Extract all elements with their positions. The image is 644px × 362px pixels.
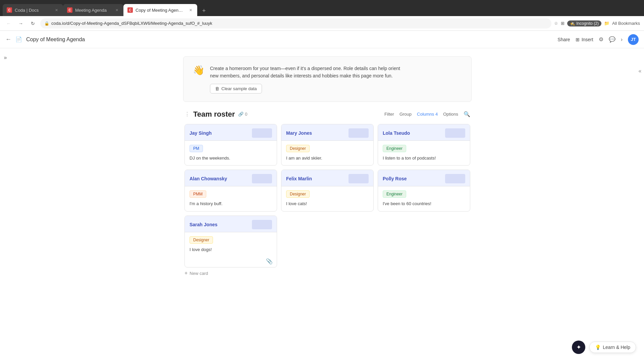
more-icon[interactable]: › bbox=[621, 37, 623, 43]
tab-favicon-3: C bbox=[127, 7, 133, 13]
card-bio: I love cats! bbox=[286, 200, 369, 207]
sidebar-expand-button[interactable]: » bbox=[1, 54, 9, 62]
avatar[interactable]: JT bbox=[628, 34, 639, 45]
role-badge: Engineer bbox=[383, 145, 406, 152]
card-body: EngineerI listen to a ton of podcasts! bbox=[378, 141, 470, 166]
roster-link[interactable]: 🔗 0 bbox=[238, 112, 247, 117]
roster-header: ⋮ Team roster 🔗 0 Filter Group Columns 4… bbox=[184, 110, 470, 119]
settings-icon[interactable]: ⚙ bbox=[599, 36, 603, 43]
new-card-row[interactable]: + New card bbox=[184, 267, 470, 279]
bookmarks-bar-icon[interactable]: 📁 bbox=[604, 21, 609, 26]
team-card: Sarah JonesDesignerI love dogs!📎 bbox=[184, 216, 277, 268]
card-bio: I love dogs! bbox=[190, 246, 272, 253]
insert-button[interactable]: ⊞ Insert bbox=[576, 37, 593, 42]
tab-favicon-2: C bbox=[67, 7, 72, 13]
tab-close-1[interactable]: ✕ bbox=[54, 7, 59, 13]
incognito-label: Incognito (2) bbox=[576, 21, 599, 26]
help-icon: 💡 bbox=[595, 345, 601, 350]
banner-line2: new members, and personal details like i… bbox=[210, 72, 462, 79]
card-attachment: 📎 bbox=[185, 257, 277, 267]
team-card: Felix MarlinDesignerI love cats! bbox=[281, 170, 374, 212]
roster-section: ⋮ Team roster 🔗 0 Filter Group Columns 4… bbox=[176, 110, 478, 293]
sidebar-toggle-area: » bbox=[0, 48, 11, 362]
card-body: PMDJ on the weekends. bbox=[185, 141, 277, 166]
cards-grid: Jay SinghPMDJ on the weekends.Mary Jones… bbox=[184, 124, 470, 268]
card-header: Jay Singh bbox=[185, 124, 277, 141]
link-icon: 🔗 bbox=[238, 112, 244, 117]
options-button[interactable]: Options bbox=[443, 112, 458, 117]
team-card: Polly RoseEngineerI've been to 60 countr… bbox=[378, 170, 470, 212]
team-card: Lola TseudoEngineerI listen to a ton of … bbox=[378, 124, 470, 166]
tab-copy-meeting-agenda[interactable]: C Copy of Meeting Agenda Me ✕ bbox=[123, 4, 197, 16]
card-bio: DJ on the weekends. bbox=[190, 155, 272, 162]
sparkle-icon: ✦ bbox=[576, 344, 581, 351]
trash-icon: 🗑 bbox=[215, 86, 219, 91]
right-panel-toggle[interactable]: « bbox=[636, 67, 644, 75]
extension-icon[interactable]: ⊞ bbox=[561, 21, 565, 26]
card-name: Lola Tseudo bbox=[383, 130, 410, 136]
tab-close-2[interactable]: ✕ bbox=[114, 7, 119, 13]
bookmark-icon[interactable]: ☆ bbox=[554, 21, 558, 26]
banner-line1: Create a homeroom for your team—even if … bbox=[210, 65, 462, 72]
card-header: Sarah Jones bbox=[185, 216, 277, 232]
nav-actions: ☆ ⊞ 🕵 Incognito (2) 📁 All Bookmarks bbox=[554, 20, 640, 26]
roster-title: Team roster bbox=[193, 110, 235, 119]
info-banner: 👋 Create a homeroom for your team—even i… bbox=[183, 56, 472, 102]
tab-title-1: Coda | Docs bbox=[15, 8, 51, 13]
card-body: DesignerI am an avid skiier. bbox=[281, 141, 373, 166]
new-card-label: New card bbox=[190, 271, 208, 276]
new-tab-button[interactable]: + bbox=[199, 5, 209, 16]
card-bio: I listen to a ton of podcasts! bbox=[383, 155, 465, 162]
comments-icon[interactable]: 💬 bbox=[609, 36, 615, 43]
card-name: Polly Rose bbox=[383, 176, 407, 181]
incognito-icon: 🕵 bbox=[570, 21, 575, 26]
back-to-docs-button[interactable]: ← bbox=[5, 36, 11, 43]
learn-help-button[interactable]: 💡 Learn & Help bbox=[589, 342, 636, 353]
bottom-right-area: ✦ 💡 Learn & Help bbox=[572, 341, 636, 354]
roster-search-icon[interactable]: 🔍 bbox=[464, 111, 470, 117]
tab-title-3: Copy of Meeting Agenda Me bbox=[136, 8, 185, 13]
share-button[interactable]: Share bbox=[557, 37, 570, 42]
bookmarks-label: All Bookmarks bbox=[612, 21, 640, 26]
new-card-plus-icon: + bbox=[184, 270, 187, 276]
tab-coda-docs[interactable]: C Coda | Docs ✕ bbox=[3, 4, 63, 16]
doc-title: Copy of Meeting Agenda bbox=[26, 37, 85, 43]
attachment-icon: 📎 bbox=[266, 258, 273, 264]
roster-header-right: Filter Group Columns 4 Options 🔍 bbox=[384, 111, 470, 117]
sparkle-button[interactable]: ✦ bbox=[572, 341, 585, 354]
filter-button[interactable]: Filter bbox=[384, 112, 394, 117]
tab-bar: C Coda | Docs ✕ C Meeting Agenda ✕ C Cop… bbox=[0, 0, 644, 16]
insert-grid-icon: ⊞ bbox=[576, 37, 580, 42]
roster-menu-button[interactable]: ⋮ bbox=[184, 111, 190, 117]
role-badge: Designer bbox=[286, 190, 310, 198]
clear-sample-data-button[interactable]: 🗑 Clear sample data bbox=[210, 84, 262, 94]
content-area: 👋 Create a homeroom for your team—even i… bbox=[11, 48, 644, 362]
card-header-image bbox=[348, 174, 369, 183]
role-badge: Designer bbox=[286, 145, 310, 152]
card-header: Felix Marlin bbox=[281, 170, 373, 186]
address-bar[interactable]: 🔒 coda.io/d/Copy-of-Meeting-Agenda_dSFBq… bbox=[40, 18, 551, 28]
forward-button[interactable]: → bbox=[16, 19, 25, 28]
group-button[interactable]: Group bbox=[399, 112, 412, 117]
columns-button[interactable]: Columns 4 bbox=[417, 112, 438, 117]
lock-icon: 🔒 bbox=[44, 21, 49, 26]
tab-meeting-agenda[interactable]: C Meeting Agenda ✕ bbox=[63, 4, 123, 16]
role-badge: PM bbox=[190, 145, 203, 152]
browser-chrome: C Coda | Docs ✕ C Meeting Agenda ✕ C Cop… bbox=[0, 0, 644, 31]
card-header: Alan Chowansky bbox=[185, 170, 277, 186]
tab-favicon-1: C bbox=[7, 7, 12, 13]
card-name: Alan Chowansky bbox=[190, 176, 227, 181]
incognito-badge: 🕵 Incognito (2) bbox=[567, 20, 601, 26]
card-name: Felix Marlin bbox=[286, 176, 312, 181]
card-header-image bbox=[445, 174, 465, 183]
tab-close-3[interactable]: ✕ bbox=[188, 7, 193, 13]
reload-button[interactable]: ↻ bbox=[28, 19, 38, 28]
roster-link-count: 0 bbox=[245, 112, 247, 117]
roster-header-left: ⋮ Team roster 🔗 0 bbox=[184, 110, 248, 119]
card-body: PMMI'm a history buff. bbox=[185, 186, 277, 211]
card-body: EngineerI've been to 60 countries! bbox=[378, 186, 470, 211]
card-body: DesignerI love dogs! bbox=[185, 232, 277, 257]
card-bio: I am an avid skiier. bbox=[286, 155, 369, 162]
back-button[interactable]: ← bbox=[4, 19, 13, 28]
tab-title-2: Meeting Agenda bbox=[75, 8, 111, 13]
